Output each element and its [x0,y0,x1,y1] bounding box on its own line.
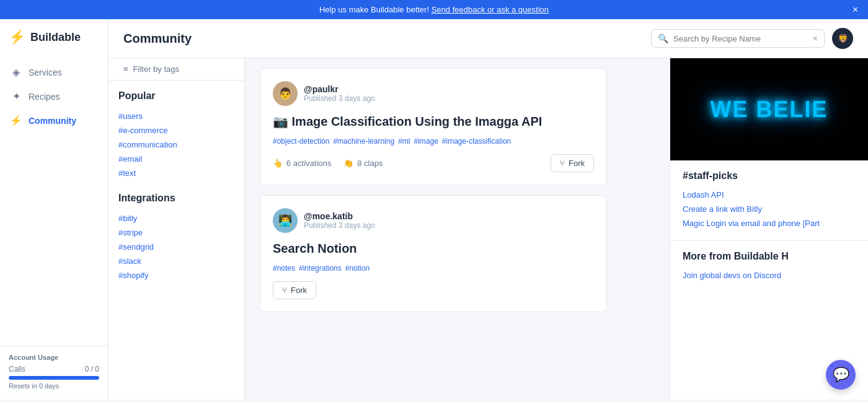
header-right: 🔍 × 🦁 [651,28,853,49]
activations-count[interactable]: 👆 6 activations [273,159,331,168]
integrations-title: Integrations [118,193,234,204]
right-panel: WE BELIE #staff-picks Lodash API Create … [670,58,868,400]
chat-icon: 💬 [833,367,849,383]
calls-label: Calls [9,365,25,374]
author-name: @moe.katib [304,211,375,221]
tag-shopify[interactable]: #shopify [118,268,234,282]
post-author: 👨 @paulkr Published 3 days ago [273,81,594,106]
post-published: Published 3 days ago [304,94,375,103]
fork-label: Fork [569,159,585,168]
post-tags: #object-detection #machine-learning #ml … [273,137,594,146]
staff-picks-title: #staff-picks [683,170,856,181]
community-icon: ⚡ [10,115,22,126]
fork-label: Fork [291,286,307,295]
avatar: 👨‍💻 [273,208,298,233]
post-tag[interactable]: #notes [273,264,295,273]
banner-text: Help us make Buildable better! [319,5,429,14]
sidebar-item-services[interactable]: ◈ Services [0,60,108,84]
tag-email[interactable]: #email [118,152,234,166]
account-usage: Account Usage Calls 0 / 0 Resets in 0 da… [0,346,108,400]
post-tags: #notes #integrations #notion [273,264,594,273]
claps-count[interactable]: 👏 8 claps [343,159,383,168]
sidebar-item-community[interactable]: ⚡ Community [0,108,108,133]
resets-text: Resets in 0 days [9,382,99,390]
progress-fill [9,376,99,380]
sidebar-item-label-community: Community [29,116,76,126]
sidebar-item-label-services: Services [29,68,62,77]
avatar-img: 👨 [273,81,298,106]
feed-inner: 👨 @paulkr Published 3 days ago 📷 Image C… [260,68,607,312]
tag-sendgrid[interactable]: #sendgrid [118,240,234,254]
post-tag[interactable]: #image-classification [442,137,511,146]
post-author: 👨‍💻 @moe.katib Published 3 days ago [273,208,594,233]
avatar-img: 👨‍💻 [273,208,298,233]
calls-value: 0 / 0 [85,365,99,374]
staff-pick-link[interactable]: Lodash API [683,188,856,202]
claps-label: 8 claps [357,159,383,168]
featured-text: WE BELIE [710,97,828,123]
more-section: More from Buildable H Join global devs o… [670,241,868,292]
logo-bolt: ⚡ [9,29,25,45]
sidebar-nav: ◈ Services ✦ Recipes ⚡ Community [0,55,108,346]
sidebar: ⚡ Buildable ◈ Services ✦ Recipes ⚡ Commu… [0,19,108,400]
tag-stripe[interactable]: #stripe [118,225,234,240]
activations-label: 6 activations [286,159,331,168]
progress-bar [9,376,99,380]
author-info: @paulkr Published 3 days ago [304,84,375,103]
post-tag[interactable]: #notion [345,264,370,273]
author-info: @moe.katib Published 3 days ago [304,211,375,230]
more-link[interactable]: Join global devs on Discord [683,268,856,282]
integrations-section: Integrations #bitly #stripe #sendgrid #s… [118,193,234,282]
table-row: 👨 @paulkr Published 3 days ago 📷 Image C… [260,68,607,185]
staff-pick-link[interactable]: Magic Login via email and phone [Part [683,216,856,230]
activations-icon: 👆 [273,159,283,168]
post-actions: 👆 6 activations 👏 8 claps ⑂ Fork [273,154,594,172]
more-title: More from Buildable H [683,251,856,262]
table-row: 👨‍💻 @moe.katib Published 3 days ago Sear… [260,195,607,312]
search-clear-icon[interactable]: × [813,33,818,43]
tag-slack[interactable]: #slack [118,254,234,268]
fork-icon: ⑂ [560,159,565,168]
fork-icon: ⑂ [282,286,287,295]
popular-title: Popular [118,90,234,102]
search-box: 🔍 × [651,29,825,48]
logo: ⚡ Buildable [0,19,108,55]
filter-label: Filter by tags [133,64,179,74]
banner-link[interactable]: Send feedback or ask a question [432,5,549,14]
banner-close-button[interactable]: × [852,4,858,15]
page-title: Community [123,32,192,46]
tag-users[interactable]: #users [118,109,234,123]
filter-bar[interactable]: ≡ Filter by tags [108,58,244,81]
post-actions: ⑂ Fork [273,281,594,299]
search-icon: 🔍 [658,33,668,43]
recipes-icon: ✦ [10,90,22,102]
avatar[interactable]: 🦁 [832,28,853,49]
logo-name: Buildable [30,31,81,44]
community-sidebar: Popular #users #e-commerce #communicatio… [108,81,244,292]
sidebar-item-label-recipes: Recipes [29,92,60,102]
sidebar-item-recipes[interactable]: ✦ Recipes [0,84,108,108]
account-usage-title: Account Usage [9,354,99,361]
post-title: 📷 Image Classification Using the Imagga … [273,113,594,129]
post-published: Published 3 days ago [304,221,375,230]
post-tag[interactable]: #ml [398,137,410,146]
tag-ecommerce[interactable]: #e-commerce [118,123,234,138]
staff-pick-link[interactable]: Create a link with Bitly [683,202,856,216]
services-icon: ◈ [10,66,22,78]
avatar: 👨 [273,81,298,106]
post-tag[interactable]: #object-detection [273,137,329,146]
post-tag[interactable]: #integrations [299,264,342,273]
tag-communication[interactable]: #communication [118,138,234,152]
post-tag[interactable]: #image [414,137,438,146]
chat-button[interactable]: 💬 [826,360,856,390]
tag-bitly[interactable]: #bitly [118,211,234,225]
content-area: ≡ Filter by tags Popular #users #e-comme… [108,58,868,400]
filter-icon: ≡ [123,64,128,74]
author-name: @paulkr [304,84,375,94]
search-input[interactable] [673,34,808,43]
avatar-icon: 🦁 [838,33,848,43]
tag-text[interactable]: #text [118,166,234,180]
post-tag[interactable]: #machine-learning [333,137,394,146]
fork-button[interactable]: ⑂ Fork [273,281,316,299]
fork-button[interactable]: ⑂ Fork [551,154,594,172]
